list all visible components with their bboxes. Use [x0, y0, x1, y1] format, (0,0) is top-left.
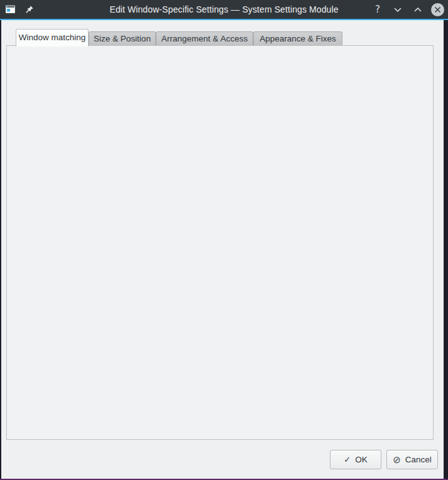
close-icon[interactable] [431, 3, 444, 16]
tab-size-position[interactable]: Size & Position [89, 31, 156, 45]
check-icon: ✓ [344, 455, 351, 464]
tab-appearance-fixes[interactable]: Appearance & Fixes [253, 31, 342, 45]
tab-window-matching[interactable]: Window matching [16, 29, 89, 46]
cancel-button[interactable]: ⊘ Cancel [386, 450, 438, 469]
ok-button[interactable]: ✓ OK [330, 450, 381, 469]
chevron-up-icon[interactable] [411, 3, 425, 16]
tab-panel [6, 45, 434, 440]
titlebar: Edit Window-Specific Settings — System S… [0, 0, 448, 19]
cancel-circle-icon: ⊘ [393, 454, 401, 466]
help-icon[interactable]: ? [371, 3, 385, 16]
chevron-down-icon[interactable] [391, 3, 405, 16]
screen: Edit Window-Specific Settings — System S… [0, 0, 448, 480]
tab-arrangement-access[interactable]: Arrangement & Access [156, 31, 253, 45]
settings-dialog: Window matching Size & Position Arrangem… [1, 20, 444, 479]
